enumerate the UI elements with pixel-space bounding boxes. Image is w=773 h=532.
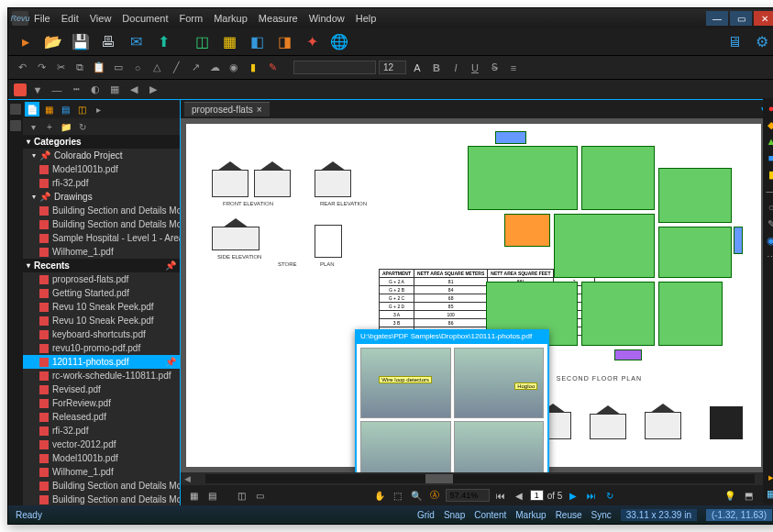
tool-a-icon[interactable]: ◫ bbox=[190, 30, 214, 54]
cloud-icon[interactable]: ⬆ bbox=[151, 30, 175, 54]
categories-header[interactable]: ▾Categories bbox=[23, 135, 180, 149]
tab-files-icon[interactable]: 📄 bbox=[25, 102, 39, 116]
toggle-snap[interactable]: Snap bbox=[444, 510, 465, 520]
highlight-icon[interactable]: ▮ bbox=[245, 60, 261, 76]
page-input[interactable]: 1 bbox=[530, 490, 544, 501]
arrow-icon[interactable]: ↗ bbox=[187, 60, 204, 76]
menu-measure[interactable]: Measure bbox=[259, 13, 298, 24]
rt-icon[interactable]: ▮ bbox=[765, 168, 773, 181]
menu-markup[interactable]: Markup bbox=[214, 13, 248, 24]
file-item[interactable]: vector-2012.pdf bbox=[23, 438, 180, 451]
tab-book-icon[interactable]: ▤ bbox=[58, 102, 72, 116]
menu-edit[interactable]: Edit bbox=[61, 13, 79, 24]
menu-view[interactable]: View bbox=[90, 13, 112, 24]
hatch-icon[interactable]: ▦ bbox=[106, 82, 123, 98]
tab-close-icon[interactable]: × bbox=[257, 105, 262, 115]
font-size[interactable] bbox=[379, 61, 406, 74]
monitor-icon[interactable]: 🖥 bbox=[723, 30, 746, 54]
menu-window[interactable]: Window bbox=[309, 13, 345, 24]
horizontal-scrollbar[interactable]: ◀ ▶ bbox=[181, 472, 773, 485]
style-icon[interactable]: ┅ bbox=[68, 82, 84, 98]
file-item[interactable]: keyboard-shortcuts.pdf bbox=[23, 327, 180, 341]
file-item[interactable]: rfi-32.pdf bbox=[23, 424, 180, 438]
tool-b-icon[interactable]: ▦ bbox=[217, 30, 241, 54]
file-item[interactable]: revu10-promo-pdf.pdf bbox=[23, 341, 180, 355]
file-item[interactable]: proprosed-flats.pdf bbox=[23, 272, 180, 286]
rotate-icon[interactable]: ↻ bbox=[602, 488, 617, 503]
next-page-icon[interactable]: ▶ bbox=[566, 488, 580, 503]
maximize-button[interactable]: ▭ bbox=[730, 11, 752, 26]
cut-icon[interactable]: ✂ bbox=[52, 60, 69, 76]
file-item[interactable]: rfi-32.pdf bbox=[23, 176, 180, 190]
italic-icon[interactable]: I bbox=[447, 60, 464, 76]
view1-icon[interactable]: ▦ bbox=[186, 488, 201, 503]
end1-icon[interactable]: ◀ bbox=[126, 82, 142, 98]
hand-icon[interactable]: ✋ bbox=[372, 488, 387, 503]
font-select[interactable] bbox=[293, 61, 376, 74]
tab-layer-icon[interactable]: ◫ bbox=[74, 102, 89, 116]
rt-icon[interactable]: ✎ bbox=[765, 217, 773, 230]
rt-icon[interactable]: ▲ bbox=[765, 135, 773, 148]
end2-icon[interactable]: ▶ bbox=[145, 82, 161, 98]
font-letter[interactable]: A bbox=[409, 60, 425, 76]
file-item[interactable]: Building Section and Details Model (2)_D… bbox=[23, 217, 180, 231]
mail-icon[interactable]: ✉ bbox=[124, 30, 148, 54]
bold-icon[interactable]: B bbox=[428, 60, 445, 76]
file-item[interactable]: Building Section and Details Model (2)_D… bbox=[23, 479, 180, 493]
close-button[interactable]: ✕ bbox=[754, 11, 773, 26]
underline-icon[interactable]: U bbox=[467, 60, 483, 76]
project-node[interactable]: ▾📌 Colorado Project bbox=[23, 149, 180, 162]
rt-icon[interactable]: ▦ bbox=[765, 487, 773, 500]
stamp-icon[interactable]: ◉ bbox=[226, 60, 242, 76]
file-tree[interactable]: ▾Categories ▾📌 Colorado Project Model100… bbox=[23, 135, 180, 505]
canvas[interactable]: FRONT ELEVATION REAR ELEVATION SIDE ELEV… bbox=[181, 118, 773, 472]
save-icon[interactable]: 💾 bbox=[69, 30, 93, 54]
zoom-icon[interactable]: 🔍 bbox=[409, 488, 424, 503]
file-item[interactable]: Building Section and Details Model (1).p… bbox=[23, 493, 180, 505]
folder-icon[interactable]: 📁 bbox=[60, 120, 72, 133]
file-item[interactable]: rc-work-schedule-110811.pdf bbox=[23, 369, 180, 382]
expand-icon[interactable]: ▾ bbox=[27, 120, 39, 133]
file-item[interactable]: Wilhome_1.pdf bbox=[23, 245, 180, 259]
drawings-node[interactable]: ▾📌 Drawings bbox=[23, 190, 180, 204]
rt-icon[interactable]: ○ bbox=[765, 201, 773, 214]
file-item[interactable]: Getting Started.pdf bbox=[23, 286, 180, 300]
print-icon[interactable]: 🖶 bbox=[96, 30, 120, 54]
minimize-button[interactable]: — bbox=[706, 11, 728, 26]
select-icon[interactable]: ⬚ bbox=[391, 488, 405, 503]
tool-c-icon[interactable]: ◧ bbox=[245, 30, 269, 54]
bulb-icon[interactable]: 💡 bbox=[723, 488, 737, 503]
toggle-content[interactable]: Content bbox=[474, 510, 506, 520]
paste-icon[interactable]: 📋 bbox=[91, 60, 107, 76]
open-icon[interactable]: 📂 bbox=[41, 30, 65, 54]
file-item[interactable]: Model1001b.pdf bbox=[23, 162, 180, 176]
view2-icon[interactable]: ▤ bbox=[204, 488, 219, 503]
rt-icon[interactable]: ⋯ bbox=[765, 250, 773, 263]
rt-icon[interactable]: ◉ bbox=[765, 234, 773, 247]
shape3-icon[interactable]: △ bbox=[149, 60, 165, 76]
file-item[interactable]: ForReview.pdf bbox=[23, 396, 180, 410]
linew-icon[interactable]: — bbox=[49, 82, 65, 98]
view3-icon[interactable]: ◫ bbox=[234, 488, 248, 503]
shape1-icon[interactable]: ▭ bbox=[110, 60, 127, 76]
menu-file[interactable]: File bbox=[34, 13, 50, 24]
cloud2-icon[interactable]: ☁ bbox=[206, 60, 223, 76]
recents-header[interactable]: ▾Recents📌 bbox=[23, 259, 180, 272]
fill-icon[interactable]: ▼ bbox=[29, 82, 46, 98]
tool-e-icon[interactable]: ✦ bbox=[300, 30, 324, 54]
file-item[interactable]: Sample Hospital - Level 1 - Areas.pdf bbox=[23, 231, 180, 245]
tab-more-icon[interactable]: ▸ bbox=[91, 102, 105, 116]
pen-icon[interactable]: ✎ bbox=[264, 60, 281, 76]
menu-document[interactable]: Document bbox=[122, 13, 168, 24]
rt-icon[interactable]: ■ bbox=[765, 151, 773, 164]
file-item[interactable]: 120111-photos.pdf📌 bbox=[23, 355, 180, 369]
first-page-icon[interactable]: ⏮ bbox=[493, 488, 508, 503]
rail-icon[interactable] bbox=[10, 104, 21, 115]
rt-icon[interactable]: ▸ bbox=[765, 471, 773, 483]
zoom-input[interactable] bbox=[446, 489, 490, 502]
file-item[interactable]: Model1001b.pdf bbox=[23, 451, 180, 465]
toggle-reuse[interactable]: Reuse bbox=[556, 510, 582, 520]
file-item[interactable]: Released.pdf bbox=[23, 410, 180, 424]
toggle-markup[interactable]: Markup bbox=[515, 510, 546, 520]
file-item[interactable]: Building Section and Details Model (1).p… bbox=[23, 204, 180, 217]
